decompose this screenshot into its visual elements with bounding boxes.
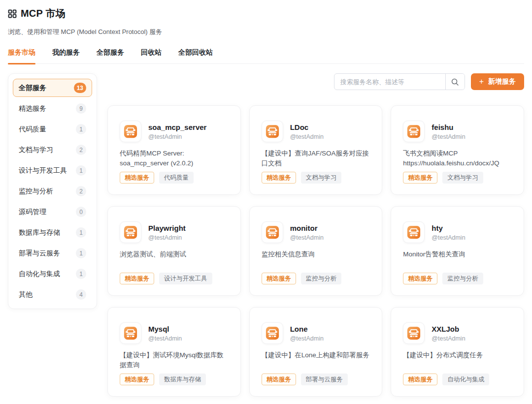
service-description: 【建设中】测试环境Mysql数据库数据查询 [120,350,229,371]
service-description: Monitor告警相关查询 [403,249,512,259]
service-card[interactable]: feishu @testAdmin 飞书文档阅读MCP https://huol… [391,105,524,195]
sidebar-category-item[interactable]: 部署与云服务 1 [13,244,92,262]
featured-badge: 精选服务 [403,373,437,385]
service-card[interactable]: soa_mcp_server @testAdmin 代码精简MCP Server… [107,105,241,195]
sidebar-category-item[interactable]: 监控与分析 2 [13,182,92,200]
service-name: XXLJob [432,325,465,333]
featured-badge: 精选服务 [120,373,154,385]
truck-app-icon [123,124,138,139]
category-label: 代码质量 [19,125,46,134]
service-icon-frame [120,221,141,243]
category-label: 源码管理 [19,208,46,217]
category-label: 数据库与存储 [19,228,60,237]
service-author: @testAdmin [432,133,465,140]
service-card[interactable]: hty @testAdmin Monitor告警相关查询 精选服务 监控与分析 [391,206,524,296]
service-description: 代码精简MCP Server: soa_mcp_server (v2.0.2) [120,149,229,169]
tab-item[interactable]: 全部回收站 [178,48,213,63]
truck-app-icon [123,326,138,341]
sidebar-category-item[interactable]: 全部服务 13 [13,79,92,97]
service-card[interactable]: LDoc @testAdmin 【建设中】查询JAF/SOA服务对应接口文档 精… [249,105,383,195]
service-author: @testAdmin [148,133,206,140]
sidebar-category-item[interactable]: 代码质量 1 [13,120,92,138]
service-author: @testAdmin [432,234,465,241]
tab-item[interactable]: 回收站 [141,48,162,63]
service-card[interactable]: XXLJob @testAdmin 【建设中】分布式调度任务 精选服务 自动化与… [391,307,524,397]
service-card-grid: soa_mcp_server @testAdmin 代码精简MCP Server… [107,105,524,397]
service-name: feishu [432,123,465,131]
sidebar-category-item[interactable]: 精选服务 9 [13,99,92,118]
tab-bar: 服务市场 我的服务 全部服务 回收站 全部回收站 [8,48,524,64]
category-label: 自动化与集成 [19,270,60,279]
page-title: MCP 市场 [21,7,66,20]
service-icon-frame [403,322,425,344]
tab-item[interactable]: 服务市场 [8,48,35,63]
service-author: @testAdmin [148,234,186,241]
tab-label: 我的服务 [52,48,80,56]
sidebar-category-item[interactable]: 其他 4 [13,285,92,304]
service-card[interactable]: Playwright @testAdmin 浏览器测试、前端测试 精选服务 设计… [107,206,241,296]
category-label: 全部服务 [19,84,46,93]
featured-badge: 精选服务 [403,172,437,184]
category-count-badge: 1 [76,227,86,238]
tab-label: 服务市场 [8,48,35,56]
sidebar-category-item[interactable]: 数据库与存储 1 [13,223,92,242]
search-icon [451,78,459,86]
category-label: 监控与分析 [19,187,53,196]
service-icon-frame [120,322,141,344]
category-count-badge: 2 [76,186,86,196]
tab-item[interactable]: 我的服务 [52,48,80,63]
service-icon-frame [262,322,283,344]
sidebar-category-item[interactable]: 文档与学习 2 [13,141,92,159]
service-name: monitor [290,224,324,232]
category-sidebar: 全部服务 13 精选服务 9 代码质量 1 文档与学习 2 [8,73,97,309]
category-count-badge: 4 [76,289,86,300]
service-name: Lone [290,325,324,333]
search-input[interactable] [334,74,445,90]
service-author: @testAdmin [148,335,182,342]
service-icon-frame [262,121,283,142]
category-count-badge: 1 [76,269,86,279]
search-box [334,73,465,90]
add-service-button[interactable]: + 新增服务 [471,73,524,90]
service-name: Mysql [148,325,182,333]
truck-app-icon [123,225,138,240]
category-count-badge: 0 [76,207,86,217]
sidebar-category-item[interactable]: 设计与开发工具 1 [13,161,92,180]
service-card[interactable]: Mysql @testAdmin 【建设中】测试环境Mysql数据库数据查询 精… [107,307,241,397]
category-count-badge: 13 [74,83,86,93]
tab-label: 回收站 [141,48,162,56]
featured-badge: 精选服务 [120,273,154,284]
featured-badge: 精选服务 [120,172,154,184]
category-label: 文档与学习 [19,146,53,155]
category-label: 设计与开发工具 [19,166,67,175]
category-tag: 数据库与存储 [159,373,206,385]
service-description: 【建设中】在Lone上构建和部署服务 [262,350,370,360]
sidebar-category-item[interactable]: 源码管理 0 [13,203,92,221]
service-card[interactable]: Lone @testAdmin 【建设中】在Lone上构建和部署服务 精选服务 … [249,307,383,397]
service-description: 【建设中】查询JAF/SOA服务对应接口文档 [262,149,370,169]
category-count-badge: 1 [76,248,86,258]
service-description: 监控相关信息查询 [262,249,370,259]
service-author: @testAdmin [290,335,324,342]
search-button[interactable] [445,74,465,90]
category-count-badge: 2 [76,145,86,155]
category-tag: 文档与学习 [442,172,483,184]
service-card[interactable]: monitor @testAdmin 监控相关信息查询 精选服务 监控与分析 [249,206,383,296]
featured-badge: 精选服务 [262,172,296,184]
toolbar: + 新增服务 [107,73,524,90]
category-tag: 文档与学习 [301,172,342,184]
sidebar-category-item[interactable]: 自动化与集成 1 [13,265,92,283]
tab-item[interactable]: 全部服务 [97,48,124,63]
featured-badge: 精选服务 [262,373,296,385]
mcp-marketplace-page: MCP 市场 浏览、使用和管理 MCP (Model Context Proto… [0,0,532,404]
category-tag: 部署与云服务 [301,373,348,385]
category-count-badge: 1 [76,124,86,134]
main-area: + 新增服务 [107,73,524,397]
service-icon-frame [403,221,425,243]
truck-app-icon [406,326,421,341]
category-label: 其他 [19,290,33,299]
featured-badge: 精选服务 [403,273,437,284]
category-count-badge: 1 [76,165,86,176]
category-label: 精选服务 [19,104,46,113]
service-icon-frame [262,221,283,243]
